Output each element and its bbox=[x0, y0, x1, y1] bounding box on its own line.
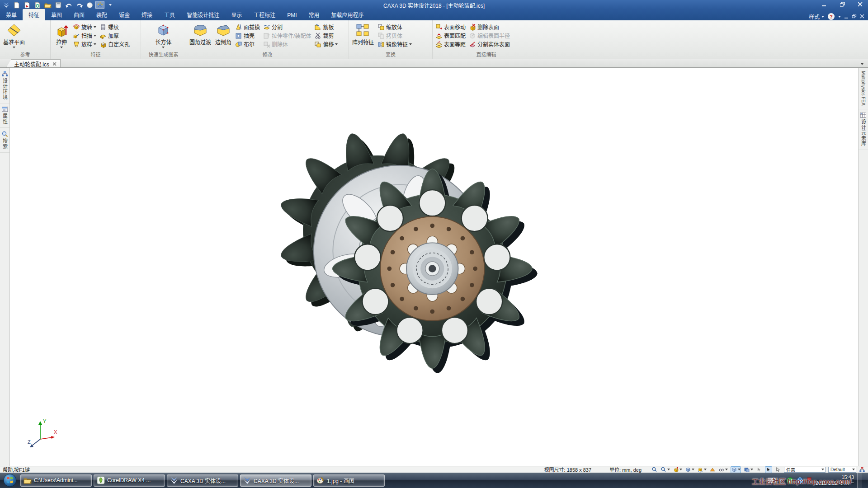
new-document-icon[interactable] bbox=[12, 1, 21, 9]
pattern-tool-icon[interactable] bbox=[95, 1, 104, 9]
doc-restore-button[interactable] bbox=[852, 14, 857, 19]
tray-flag-icon[interactable] bbox=[807, 477, 812, 484]
open-folder-icon[interactable] bbox=[43, 1, 52, 9]
properties-tab[interactable]: 属性 bbox=[0, 103, 9, 128]
taskbar-button-caxa-1[interactable]: CAXA 3D 实体设... bbox=[167, 474, 238, 487]
close-button[interactable] bbox=[854, 1, 866, 8]
boolean-button[interactable]: 布尔 bbox=[234, 40, 261, 48]
display-mode-icon[interactable] bbox=[731, 466, 741, 473]
style-combo[interactable]: Default bbox=[828, 467, 856, 473]
menu-tab-menu[interactable]: 菜单 bbox=[0, 9, 23, 20]
copy-body-button: 拷贝体 bbox=[376, 31, 413, 40]
loft-button[interactable]: 放样 bbox=[71, 40, 98, 48]
menu-tab-smart-annotation[interactable]: 智能设计批注 bbox=[181, 9, 225, 20]
orbit-icon[interactable] bbox=[697, 467, 707, 473]
menu-tab-sheetmetal[interactable]: 钣金 bbox=[113, 9, 136, 20]
selection-filter-combo[interactable]: 任意 bbox=[784, 467, 826, 473]
sweep-button[interactable]: 扫描 bbox=[71, 31, 98, 40]
taskbar-button-coreldraw[interactable]: CorelDRAW X4 ... bbox=[94, 474, 165, 487]
menu-tab-tools[interactable]: 工具 bbox=[158, 9, 181, 20]
render-mode-icon[interactable] bbox=[744, 467, 753, 473]
style-dropdown[interactable]: 样式 bbox=[809, 13, 824, 20]
qat-dropdown-icon[interactable] bbox=[106, 1, 115, 9]
search-tab[interactable]: 搜索 bbox=[0, 128, 9, 153]
mirror-feature-button[interactable]: 镜像特征 bbox=[376, 40, 413, 48]
offset-button[interactable]: 偏移 bbox=[313, 40, 339, 48]
view-anchor-icon[interactable] bbox=[673, 467, 682, 473]
restore-button[interactable] bbox=[836, 1, 848, 8]
3d-viewport-model[interactable] bbox=[268, 115, 548, 409]
assembly-tree-icon[interactable] bbox=[859, 467, 865, 473]
split-button[interactable]: 分割 bbox=[262, 23, 312, 31]
scale-body-button[interactable]: 缩放体 bbox=[376, 23, 413, 31]
menu-tab-surface[interactable]: 曲面 bbox=[68, 9, 90, 20]
match-face-button[interactable]: 表面匹配 bbox=[434, 31, 467, 40]
menu-tab-assembly[interactable]: 装配 bbox=[90, 9, 113, 20]
minimize-button[interactable] bbox=[818, 1, 830, 8]
menu-tab-display[interactable]: 显示 bbox=[225, 9, 248, 20]
extrude-part-icon bbox=[263, 32, 270, 39]
zoom-window-icon[interactable] bbox=[651, 467, 658, 473]
menu-tab-sketch[interactable]: 草图 bbox=[45, 9, 68, 20]
doc-close-button[interactable] bbox=[860, 14, 864, 19]
design-library-tab[interactable]: 设计元素库 bbox=[859, 109, 868, 150]
help-dropdown-icon[interactable] bbox=[838, 16, 841, 18]
trim-button[interactable]: 裁剪 bbox=[313, 31, 339, 40]
taskbar-button-explorer[interactable]: C:\Users\Admini... bbox=[20, 474, 92, 487]
move-face-button[interactable]: 表面移动 bbox=[434, 23, 467, 31]
custom-hole-button[interactable]: 自定义孔 bbox=[98, 40, 131, 48]
menu-tab-welding[interactable]: 焊接 bbox=[136, 9, 158, 20]
cuboid-button[interactable]: 长方体 bbox=[153, 22, 173, 52]
tab-list-dropdown-icon[interactable] bbox=[861, 63, 863, 67]
help-icon[interactable]: ? bbox=[828, 13, 835, 20]
taskbar-button-caxa-2[interactable]: CAXA 3D 实体设... bbox=[240, 474, 311, 487]
face-draft-button[interactable]: 面拔模 bbox=[234, 23, 261, 31]
taskbar-button-paint[interactable]: 1.jpg - 画图 bbox=[313, 474, 385, 487]
render-sphere-icon[interactable] bbox=[85, 1, 94, 9]
undo-icon[interactable] bbox=[64, 1, 73, 9]
delete-face-button[interactable]: 删除表面 bbox=[467, 23, 511, 31]
revolve-button[interactable]: 旋转 bbox=[71, 23, 98, 31]
secondary-pointer-icon[interactable] bbox=[775, 467, 781, 473]
fillet-button[interactable]: 圆角过渡 bbox=[188, 22, 213, 52]
thread-button[interactable]: 螺纹 bbox=[98, 23, 131, 31]
open-recent-icon[interactable] bbox=[33, 1, 42, 9]
rib-button[interactable]: 筋板 bbox=[313, 23, 339, 31]
thicken-button[interactable]: 加厚 bbox=[98, 31, 131, 40]
show-desktop-button[interactable] bbox=[857, 473, 862, 488]
tab-close-icon[interactable] bbox=[53, 62, 57, 66]
menu-tab-addons[interactable]: 加载应用程序 bbox=[326, 9, 370, 20]
design-tree-tab[interactable]: 设计环境 bbox=[0, 68, 9, 103]
save-icon[interactable] bbox=[54, 1, 63, 9]
datum-plane-button[interactable]: 基准平面 bbox=[1, 22, 27, 52]
keyboard-tray-icon[interactable] bbox=[768, 478, 776, 483]
offset-face-button[interactable]: 表面等距 bbox=[434, 40, 467, 48]
perspective-icon[interactable] bbox=[718, 467, 728, 473]
chamfer-button[interactable]: 边倒角 bbox=[213, 22, 233, 52]
multiphysics-fea-tab[interactable]: Multiphysics FEA bbox=[859, 68, 868, 109]
split-face-button[interactable]: 分割实体表面 bbox=[467, 40, 511, 48]
tray-green-icon[interactable] bbox=[787, 477, 793, 484]
start-button[interactable] bbox=[2, 473, 18, 488]
menu-tab-common[interactable]: 常用 bbox=[303, 9, 326, 20]
view-cube-icon[interactable] bbox=[685, 467, 694, 473]
menu-tab-engineering-dim[interactable]: 工程标注 bbox=[248, 9, 281, 20]
redo-icon[interactable] bbox=[75, 1, 84, 9]
face-view-icon[interactable] bbox=[709, 467, 716, 473]
ribbon-group-modify: 圆角过渡 边倒角 面拔模 抽壳 布尔 分割 拉伸零件/装配体 删除体 筋板 裁剪… bbox=[186, 20, 349, 59]
pattern-feature-button[interactable]: 阵列特征 bbox=[350, 22, 376, 52]
tray-globe-icon[interactable] bbox=[797, 477, 803, 484]
taskbar-clock[interactable]: 15:43 2018/1/22 星期一 bbox=[816, 474, 854, 486]
doc-minimize-button[interactable] bbox=[844, 15, 849, 19]
shell-button[interactable]: 抽壳 bbox=[234, 31, 261, 40]
zoom-icon[interactable] bbox=[660, 467, 670, 473]
select-pointer-icon[interactable] bbox=[765, 466, 772, 473]
menu-tab-pmi[interactable]: PMI bbox=[281, 10, 302, 20]
tray-expand-icon[interactable] bbox=[779, 479, 783, 482]
document-tab[interactable]: 主动轮装配.ics bbox=[6, 59, 61, 67]
menu-tab-features[interactable]: 特征 bbox=[23, 9, 45, 20]
axis-triad: Y X Z bbox=[24, 417, 60, 450]
3d-canvas[interactable]: Y X Z bbox=[10, 68, 858, 466]
extrude-button[interactable]: 拉伸 bbox=[52, 22, 71, 52]
new-from-template-icon[interactable] bbox=[23, 1, 32, 9]
